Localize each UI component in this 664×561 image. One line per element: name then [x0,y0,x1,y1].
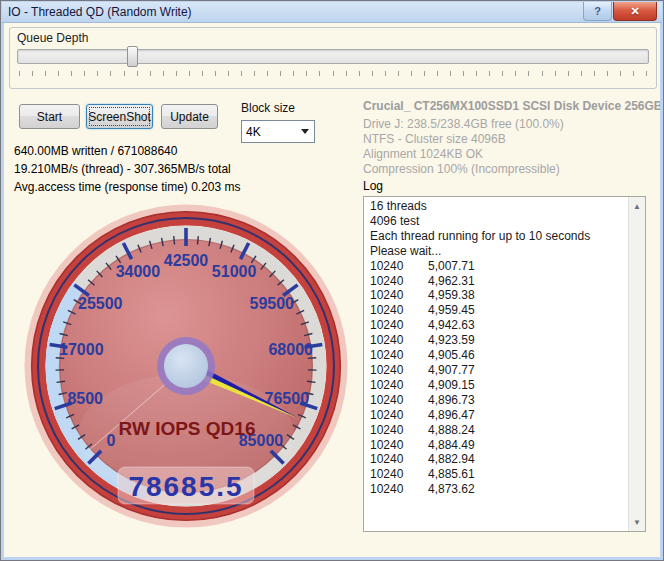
svg-text:51000: 51000 [212,263,257,280]
access-time-stat: Avg.access time (response time) 0.203 ms [14,178,241,196]
log-line: 16 threads [370,199,627,214]
start-button[interactable]: Start [19,104,80,129]
screenshot-button[interactable]: ScreenShot [86,104,153,129]
svg-text:RW IOPS QD16: RW IOPS QD16 [119,418,256,439]
gauge-svg: 0850017000255003400042500510005950068000… [21,201,351,531]
slider-thumb[interactable] [127,46,138,67]
log-entry: 102404,923.59 [370,333,627,348]
svg-text:59500: 59500 [250,295,295,312]
svg-text:25500: 25500 [78,295,123,312]
drive-model: Crucial_ CT256MX100SSD1 SCSI Disk Device… [363,99,660,113]
svg-text:78685.5: 78685.5 [128,471,243,502]
log-entry: 102404,885.61 [370,467,627,482]
log-entry: 102404,873.62 [370,482,627,497]
written-stat: 640.00MB written / 671088640 [14,142,241,160]
title-bar[interactable]: IO - Threaded QD (Random Write) ? ✕ [2,2,662,23]
stats-block: 640.00MB written / 671088640 19.210MB/s … [14,142,241,196]
log-entry: 102404,907.77 [370,363,627,378]
help-button[interactable]: ? [583,2,612,21]
scroll-up-icon[interactable]: ▲ [629,198,645,214]
close-icon: ✕ [630,5,639,18]
log-entry: 102405,007.71 [370,259,627,274]
queue-depth-slider[interactable] [17,49,649,64]
log-rows: 16 threads4096 testEach thread running f… [364,198,627,530]
queue-depth-groupbox: Queue Depth [9,27,657,89]
chevron-down-icon [301,129,309,134]
app-window: IO - Threaded QD (Random Write) ? ✕ Queu… [0,0,664,561]
svg-text:0: 0 [107,432,116,449]
log-entry: 102404,882.94 [370,452,627,467]
caption-buttons: ? ✕ [583,2,657,21]
drive-alignment: Alignment 1024KB OK [363,147,660,162]
iops-gauge: 0850017000255003400042500510005950068000… [21,201,351,531]
client-area: Queue Depth Start ScreenShot Update Bloc… [4,23,660,556]
svg-text:17000: 17000 [59,341,104,358]
log-entry: 102404,942.63 [370,318,627,333]
drive-filesystem: NTFS - Cluster size 4096B [363,132,660,147]
log-entry: 102404,896.73 [370,393,627,408]
svg-text:68000: 68000 [268,341,313,358]
queue-depth-label: Queue Depth [17,31,88,45]
log-scrollbar[interactable]: ▲ ▼ [628,197,645,531]
throughput-stat: 19.210MB/s (thread) - 307.365MB/s total [14,160,241,178]
update-button[interactable]: Update [161,104,218,129]
log-entry: 102404,905.46 [370,348,627,363]
log-entry: 102404,962.31 [370,274,627,289]
log-label: Log [363,179,383,193]
help-icon: ? [594,5,601,17]
svg-text:8500: 8500 [67,390,103,407]
log-entry: 102404,909.15 [370,378,627,393]
log-entry: 102404,896.47 [370,408,627,423]
log-panel[interactable]: 16 threads4096 testEach thread running f… [363,196,646,532]
block-size-label: Block size [241,101,295,115]
window-title: IO - Threaded QD (Random Write) [8,5,192,19]
drive-free-space: Drive J: 238.5/238.4GB free (100.0%) [363,117,660,132]
close-button[interactable]: ✕ [613,2,657,21]
log-line: 4096 test [370,214,627,229]
log-entry: 102404,888.24 [370,423,627,438]
log-entry: 102404,959.38 [370,288,627,303]
log-entry: 102404,884.49 [370,438,627,453]
block-size-select[interactable]: 4K [241,120,315,143]
log-line: Please wait... [370,244,627,259]
scroll-down-icon[interactable]: ▼ [629,514,645,530]
block-size-value: 4K [246,125,261,139]
drive-compression: Compression 100% (Incompressible) [363,162,660,177]
log-entry: 102404,959.45 [370,303,627,318]
svg-text:34000: 34000 [116,263,161,280]
log-line: Each thread running for up to 10 seconds [370,229,627,244]
drive-info: Crucial_ CT256MX100SSD1 SCSI Disk Device… [363,99,660,177]
svg-text:42500: 42500 [164,252,209,269]
slider-tick-marks [19,71,647,77]
